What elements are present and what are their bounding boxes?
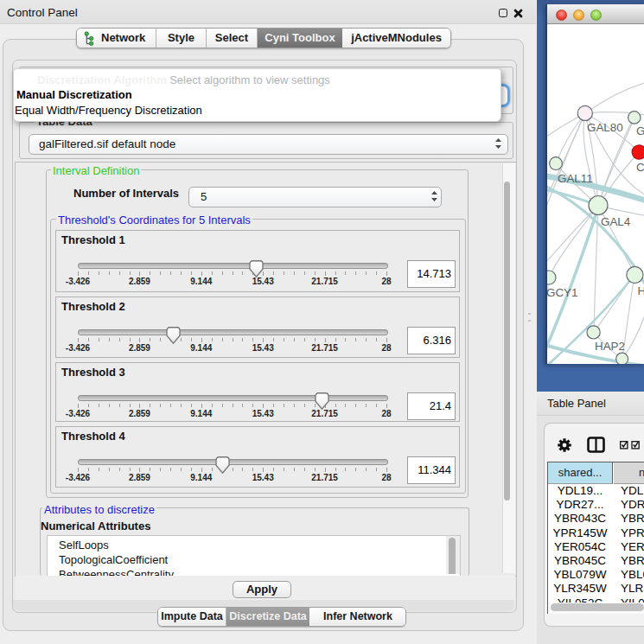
svg-text:G.: G. (636, 124, 644, 137)
svg-text:GAL11: GAL11 (558, 172, 593, 185)
svg-text:HAP2: HAP2 (595, 340, 625, 353)
svg-text:GCY1: GCY1 (547, 286, 577, 299)
svg-text:GAL4: GAL4 (601, 215, 631, 228)
svg-text:C.: C. (636, 161, 644, 174)
svg-text:GAL80: GAL80 (587, 121, 623, 134)
svg-text:H: H (638, 284, 644, 297)
